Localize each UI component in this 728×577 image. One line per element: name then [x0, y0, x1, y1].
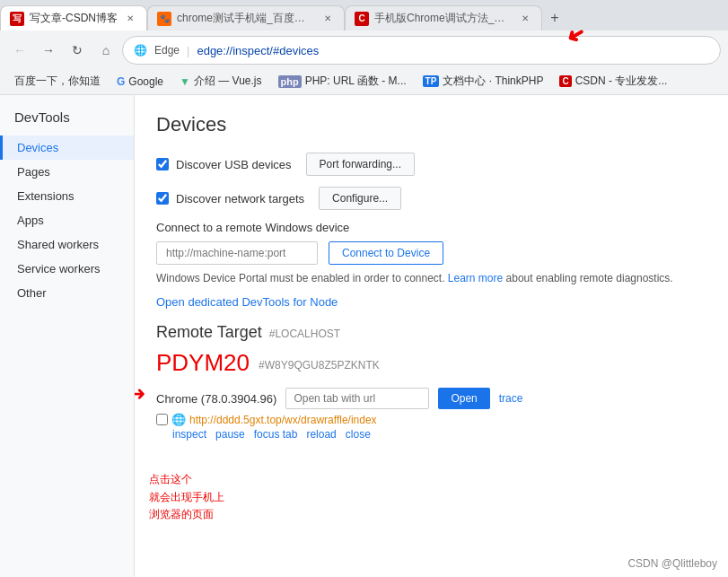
connect-to-device-button[interactable]: Connect to Device: [329, 241, 443, 265]
bookmark-tp-label: 文档中心 · ThinkPHP: [443, 74, 543, 89]
machine-name-input[interactable]: [156, 241, 318, 265]
discover-usb-row: Discover USB devices Port forwarding...: [156, 153, 706, 176]
discover-network-row: Discover network targets Configure...: [156, 187, 706, 210]
remote-target-header: Remote Target #LOCALHOST: [156, 323, 706, 342]
sidebar-item-service-workers[interactable]: Service workers: [0, 257, 134, 281]
bookmark-google-label: Google: [128, 75, 163, 88]
tab-2-favicon: 🐾: [157, 12, 171, 26]
bookmark-csdn-label: CSDN - 专业发发...: [575, 74, 668, 89]
chrome-version-row: Chrome (78.0.3904.96) Open trace: [156, 388, 706, 409]
sidebar: DevTools Devices Pages Extensions Apps S…: [0, 95, 135, 577]
bookmark-google[interactable]: G Google: [110, 74, 171, 90]
devtools-node-link[interactable]: Open dedicated DevTools for Node: [156, 295, 338, 309]
tab-3-title: 手机版Chrome调试方法_谷歌调...: [374, 11, 513, 26]
configure-button[interactable]: Configure...: [319, 187, 401, 210]
bookmark-csdn[interactable]: C CSDN - 专业发发...: [552, 72, 674, 91]
bookmark-csdn-icon: C: [559, 75, 571, 87]
chrome-version-label: Chrome (78.0.3904.96): [156, 392, 276, 406]
pause-link[interactable]: pause: [215, 428, 245, 441]
bookmark-php-label: PHP: URL 函数 - M...: [305, 74, 407, 89]
open-button[interactable]: Open: [438, 388, 489, 409]
discover-usb-label[interactable]: Discover USB devices: [156, 158, 292, 171]
home-button[interactable]: ⌂: [93, 38, 118, 63]
warning-text: Windows Device Portal must be enabled in…: [156, 272, 706, 284]
sidebar-title: DevTools: [0, 106, 134, 136]
tab-2-close[interactable]: ✕: [320, 12, 335, 26]
address-separator: |: [187, 44, 189, 57]
address-bar[interactable]: 🌐 Edge |: [122, 36, 721, 65]
device-name-row: PDYM20 #W8Y9QGU8Z5PZKNTK: [156, 349, 706, 380]
reload-button[interactable]: ↻: [65, 38, 90, 63]
sidebar-item-pages[interactable]: Pages: [0, 160, 134, 184]
address-input[interactable]: [197, 44, 709, 57]
bookmark-thinkphp[interactable]: TP 文档中心 · ThinkPHP: [416, 72, 551, 91]
remote-windows-label: Connect to a remote Windows device: [156, 221, 706, 234]
annotation-red-arrow: ➜: [135, 382, 145, 406]
device-id: #W8Y9QGU8Z5PZKNTK: [259, 359, 380, 372]
open-tab-input[interactable]: [285, 388, 429, 409]
page-favicon-icon: 🌐: [171, 413, 186, 426]
tab-1-close[interactable]: ✕: [123, 12, 137, 26]
page-title: Devices: [156, 113, 706, 136]
annotation-line3: 浏览器的页面: [149, 506, 224, 523]
tab-2-title: chrome测试手机端_百度搜索: [177, 11, 315, 26]
sidebar-item-apps[interactable]: Apps: [0, 208, 134, 232]
new-tab-button[interactable]: +: [542, 5, 567, 31]
inspect-link[interactable]: inspect: [172, 428, 206, 441]
annotation-click-info: 点击这个 就会出现手机上 浏览器的页面: [149, 471, 224, 523]
connect-row: Connect to Device: [156, 241, 706, 265]
tab-1-title: 写文章-CSDN博客: [30, 11, 118, 26]
bookmark-baidu[interactable]: 百度一下，你知道: [7, 72, 108, 91]
remote-target-subtitle: #LOCALHOST: [269, 328, 340, 340]
bookmarks-bar: 百度一下，你知道 G Google ▼ 介绍 — Vue.js php PHP:…: [0, 70, 728, 95]
sidebar-item-extensions[interactable]: Extensions: [0, 184, 134, 208]
edge-logo-icon: 🌐: [134, 44, 147, 57]
bookmark-vuejs[interactable]: ▼ 介绍 — Vue.js: [172, 72, 268, 91]
nav-bar: ← → ↻ ⌂ 🌐 Edge | ➜: [0, 31, 728, 70]
device-name: PDYM20: [156, 349, 250, 377]
back-button[interactable]: ←: [7, 38, 32, 63]
learn-more-link[interactable]: Learn more: [448, 272, 503, 284]
discover-network-checkbox[interactable]: [156, 192, 169, 205]
reload-link[interactable]: reload: [306, 428, 336, 441]
page-actions: inspect pause focus tab reload close: [172, 428, 706, 441]
close-link[interactable]: close: [346, 428, 371, 441]
tab-3-favicon: C: [355, 12, 369, 26]
trace-link[interactable]: trace: [499, 392, 523, 405]
bookmark-vue-label: 介绍 — Vue.js: [194, 74, 262, 89]
tab-bar: 写 写文章-CSDN博客 ✕ 🐾 chrome测试手机端_百度搜索 ✕ C 手机…: [0, 0, 728, 31]
sidebar-item-other[interactable]: Other: [0, 281, 134, 305]
discover-network-label[interactable]: Discover network targets: [156, 192, 304, 205]
tab-1-favicon: 写: [10, 12, 24, 26]
sidebar-item-devices[interactable]: Devices: [0, 136, 134, 160]
page-checkbox[interactable]: [156, 414, 168, 425]
bookmark-tp-icon: TP: [423, 75, 440, 87]
bookmark-google-icon: G: [117, 75, 125, 88]
content-area: Devices Discover USB devices Port forwar…: [135, 95, 728, 577]
annotation-line2: 就会出现手机上: [149, 489, 224, 506]
forward-button[interactable]: →: [36, 38, 61, 63]
bookmark-vue-icon: ▼: [180, 75, 190, 88]
port-forwarding-button[interactable]: Port forwarding...: [306, 153, 415, 176]
page-url: http://dddd.5gxt.top/wx/drawraffle/index: [189, 414, 377, 426]
remote-target-title: Remote Target: [156, 323, 262, 342]
page-row: 🌐 http://dddd.5gxt.top/wx/drawraffle/ind…: [156, 413, 706, 426]
focus-tab-link[interactable]: focus tab: [254, 428, 298, 441]
bookmark-php-icon: php: [278, 75, 302, 88]
sidebar-item-shared-workers[interactable]: Shared workers: [0, 232, 134, 257]
annotation-line1: 点击这个: [149, 471, 224, 488]
tab-3[interactable]: C 手机版Chrome调试方法_谷歌调... ✕: [345, 5, 542, 31]
tab-3-close[interactable]: ✕: [518, 12, 532, 26]
watermark: CSDN @Qlittleboy: [627, 557, 717, 570]
discover-usb-checkbox[interactable]: [156, 158, 169, 170]
bookmark-baidu-label: 百度一下，你知道: [14, 74, 101, 89]
tab-1-active[interactable]: 写 写文章-CSDN博客 ✕: [0, 5, 147, 31]
address-protocol: Edge: [154, 44, 180, 57]
tab-2[interactable]: 🐾 chrome测试手机端_百度搜索 ✕: [147, 5, 345, 31]
main-layout: DevTools Devices Pages Extensions Apps S…: [0, 95, 728, 577]
bookmark-php[interactable]: php PHP: URL 函数 - M...: [271, 72, 414, 91]
